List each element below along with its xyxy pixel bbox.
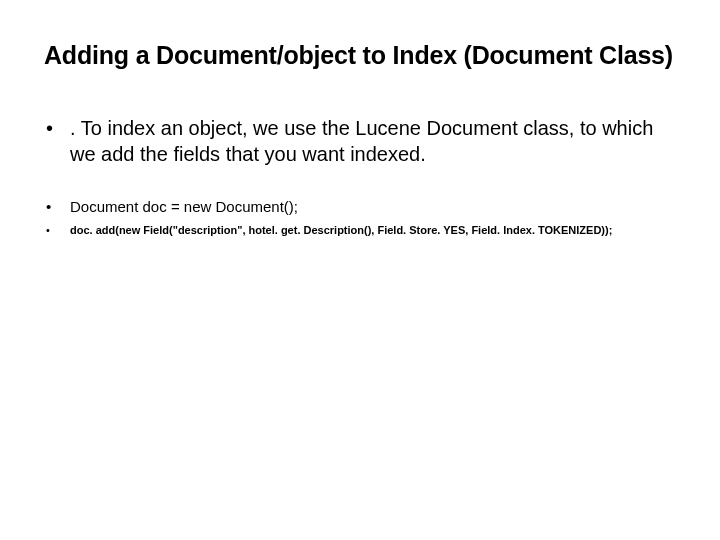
bullet-text: doc. add(new Field("description", hotel.… <box>70 223 676 238</box>
slide: Adding a Document/object to Index (Docum… <box>0 0 720 540</box>
bullet-text: . To index an object, we use the Lucene … <box>70 116 676 167</box>
bullet-dot: • <box>44 197 70 217</box>
bullet-dot: • <box>44 223 70 238</box>
bullet-level-2: • Document doc = new Document(); <box>44 197 676 217</box>
slide-title: Adding a Document/object to Index (Docum… <box>44 40 676 70</box>
bullet-level-3: • doc. add(new Field("description", hote… <box>44 223 676 238</box>
bullet-dot: • <box>44 116 70 141</box>
bullet-list: • . To index an object, we use the Lucen… <box>44 116 676 238</box>
bullet-level-1: • . To index an object, we use the Lucen… <box>44 116 676 167</box>
bullet-text: Document doc = new Document(); <box>70 197 676 217</box>
